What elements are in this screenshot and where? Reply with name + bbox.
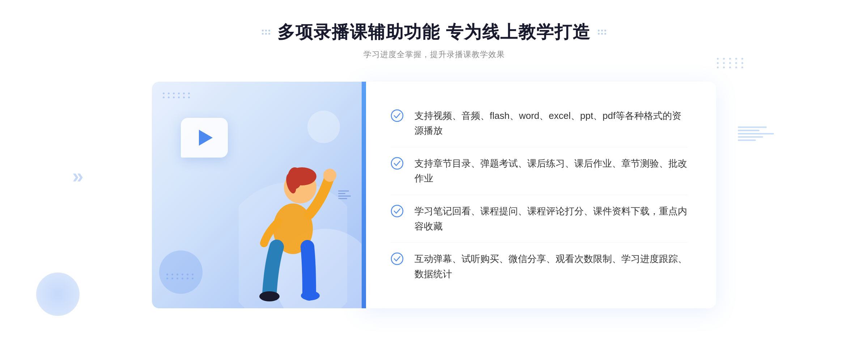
feature-item-1: 支持视频、音频、flash、word、excel、ppt、pdf等各种格式的资源…: [391, 100, 687, 147]
dot: [723, 62, 725, 64]
header-section: 多项录播课辅助功能 专为线上教学打造 学习进度全掌握，提升录播课教学效果: [0, 22, 868, 60]
dot: [735, 66, 737, 68]
page-main-title: 多项录播课辅助功能 专为线上教学打造: [277, 22, 590, 43]
play-icon: [199, 130, 213, 146]
feature-text-4: 互动弹幕、试听购买、微信分享、观看次数限制、学习进度跟踪、数据统计: [414, 252, 687, 282]
dot: [178, 93, 180, 94]
dot: [729, 62, 731, 64]
svg-point-10: [391, 158, 403, 169]
content-section: 支持视频、音频、flash、word、excel、ppt、pdf等各种格式的资源…: [152, 82, 716, 309]
deco-dot: [601, 33, 603, 35]
svg-point-11: [391, 205, 403, 217]
deco-dot: [268, 33, 270, 35]
dot: [188, 93, 190, 94]
dot: [168, 96, 170, 98]
deco-dot: [262, 33, 264, 35]
deco-dot: [262, 30, 264, 31]
deco-dot: [598, 33, 600, 35]
chevron-left-deco-icon: »: [72, 164, 82, 188]
check-icon-4: [391, 252, 404, 265]
dot: [717, 62, 719, 64]
dot: [173, 96, 175, 98]
svg-point-7: [259, 291, 280, 301]
deco-dot: [601, 30, 603, 31]
feature-item-2: 支持章节目录、弹题考试、课后练习、课后作业、章节测验、批改作业: [391, 147, 687, 195]
deco-dot: [265, 33, 267, 35]
right-feature-panel: 支持视频、音频、flash、word、excel、ppt、pdf等各种格式的资源…: [362, 82, 716, 309]
left-illustration-panel: [152, 82, 362, 309]
dot: [741, 66, 743, 68]
check-icon-3: [391, 205, 404, 218]
person-illustration: [239, 128, 347, 308]
dot: [188, 96, 190, 98]
page-subtitle: 学习进度全掌握，提升录播课教学效果: [0, 49, 868, 60]
bottom-left-circle-deco: [36, 272, 80, 316]
check-icon-1: [391, 109, 404, 122]
illus-dots-topleft: [163, 93, 191, 98]
stripes-decoration: [738, 126, 774, 141]
header-left-dots: [262, 30, 270, 35]
svg-point-12: [391, 253, 403, 265]
dot: [717, 66, 719, 68]
feature-item-3: 学习笔记回看、课程提问、课程评论打分、课件资料下载，重点内容收藏: [391, 195, 687, 243]
stripe-2: [738, 130, 760, 131]
feature-text-3: 学习笔记回看、课程提问、课程评论打分、课件资料下载，重点内容收藏: [414, 204, 687, 234]
header-right-dots: [598, 30, 606, 35]
dot: [163, 96, 165, 98]
svg-point-8: [301, 291, 320, 300]
page-wrapper: »: [0, 0, 868, 352]
deco-dot: [598, 30, 600, 31]
dot: [723, 66, 725, 68]
feature-text-2: 支持章节目录、弹题考试、课后练习、课后作业、章节测验、批改作业: [414, 156, 687, 186]
check-icon-2: [391, 157, 404, 170]
stripe-4: [738, 136, 763, 138]
deco-dot: [265, 30, 267, 31]
illus-circle-blue: [159, 250, 203, 294]
svg-point-9: [391, 110, 403, 121]
stripe-3: [738, 133, 774, 134]
deco-dot: [268, 30, 270, 31]
dot: [741, 62, 743, 64]
dot: [735, 62, 737, 64]
dot: [178, 96, 180, 98]
stripe-5: [738, 139, 756, 141]
header-decorators: 多项录播课辅助功能 专为线上教学打造: [0, 22, 868, 43]
dot: [729, 66, 731, 68]
deco-dot: [604, 33, 606, 35]
dot: [183, 93, 185, 94]
outer-left-decoration: »: [72, 164, 82, 188]
blue-separator-bar: [362, 82, 366, 309]
dot: [173, 93, 175, 94]
stripe-1: [738, 126, 767, 128]
deco-dot: [604, 30, 606, 31]
feature-text-1: 支持视频、音频、flash、word、excel、ppt、pdf等各种格式的资源…: [414, 108, 687, 138]
dot: [163, 93, 165, 94]
feature-item-4: 互动弹幕、试听购买、微信分享、观看次数限制、学习进度跟踪、数据统计: [391, 243, 687, 290]
dot: [183, 96, 185, 98]
svg-point-6: [323, 169, 336, 182]
play-bubble: [181, 118, 228, 158]
dot: [168, 93, 170, 94]
